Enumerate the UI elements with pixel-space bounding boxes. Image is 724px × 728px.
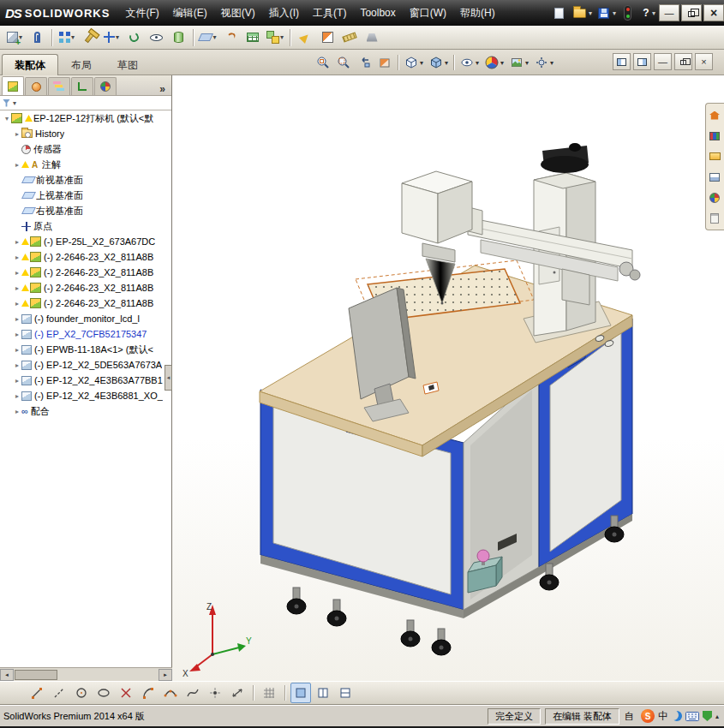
custom-properties-button[interactable] bbox=[706, 209, 723, 227]
edit-appearance-button[interactable] bbox=[482, 52, 502, 73]
tree-item-origin[interactable]: 原点 bbox=[0, 218, 171, 234]
exploded-view-button[interactable]: ▾ bbox=[265, 27, 285, 48]
menu-toolbox[interactable]: Toolbox bbox=[353, 0, 402, 26]
reference-geometry-button[interactable]: ▾ bbox=[198, 27, 218, 48]
scroll-right-button[interactable]: ► bbox=[159, 669, 172, 681]
close-window-button[interactable]: × bbox=[703, 4, 724, 21]
help-dropdown-arrow[interactable]: ▾ bbox=[652, 9, 655, 17]
tree-item-component-epwb[interactable]: ▸ (-) EPWB-11-18A<1> (默认< bbox=[0, 342, 171, 357]
open-document-button[interactable] bbox=[571, 3, 589, 22]
rotate-component-button[interactable] bbox=[123, 27, 144, 48]
tree-item-annotations[interactable]: ▸ A 注解 bbox=[0, 157, 171, 172]
language-indicator[interactable]: 中 bbox=[658, 709, 668, 724]
featuremanager-tree-tab[interactable] bbox=[2, 76, 24, 95]
linear-component-pattern-button[interactable]: ▾ bbox=[57, 27, 77, 48]
filter-dropdown-arrow[interactable]: ▾ bbox=[13, 99, 16, 107]
expander-icon[interactable]: ▸ bbox=[13, 361, 21, 369]
expander-icon[interactable]: ▸ bbox=[13, 392, 21, 400]
scrollbar-thumb[interactable] bbox=[15, 670, 57, 680]
expander-icon[interactable]: ▸ bbox=[13, 161, 21, 169]
previous-view-button[interactable] bbox=[354, 52, 374, 73]
tree-item-root-assembly[interactable]: ▾ EP-12EP-12打标机 (默认<默 bbox=[0, 110, 171, 126]
new-document-button[interactable] bbox=[550, 3, 569, 22]
point-button[interactable] bbox=[205, 683, 225, 703]
dropdown-arrow[interactable]: ▾ bbox=[476, 59, 479, 67]
tree-item-component-2646-1[interactable]: ▸ (-) 2-2646-23_X2_811A8B bbox=[0, 249, 171, 265]
dropdown-arrow[interactable]: ▾ bbox=[420, 59, 423, 67]
tree-item-component-ep12-3[interactable]: ▸ (-) EP-12_X2_4E3B6881_XO_ bbox=[0, 388, 171, 403]
sogou-input-icon[interactable]: S bbox=[641, 709, 655, 723]
dimxpertmanager-tab[interactable] bbox=[71, 77, 93, 95]
expander-icon[interactable]: ▸ bbox=[13, 300, 21, 307]
tree-item-component-2646-3[interactable]: ▸ (-) 2-2646-23_X2_811A8B bbox=[0, 280, 171, 295]
design-library-button[interactable] bbox=[706, 127, 723, 145]
mate-button[interactable] bbox=[27, 27, 47, 48]
displaymanager-tab[interactable] bbox=[94, 77, 117, 95]
tab-sketch[interactable]: 草图 bbox=[105, 54, 151, 75]
doc-close-button[interactable]: × bbox=[695, 53, 713, 70]
insert-component-button[interactable]: ▾ bbox=[4, 27, 25, 48]
apply-scene-button[interactable] bbox=[506, 52, 527, 73]
tray-expand-arrow[interactable]: ▴ bbox=[715, 713, 719, 720]
menu-view[interactable]: 视图(V) bbox=[214, 0, 262, 26]
configurationmanager-tab[interactable] bbox=[48, 77, 70, 95]
expander-icon[interactable]: ▾ bbox=[3, 115, 11, 122]
propertymanager-tab[interactable] bbox=[25, 77, 47, 95]
expander-icon[interactable]: ▸ bbox=[13, 408, 21, 415]
tree-item-component-ep12-2[interactable]: ▸ (-) EP-12_X2_4E3B63A77BB1 bbox=[0, 373, 171, 388]
file-explorer-button[interactable] bbox=[706, 147, 723, 165]
display-style-button[interactable] bbox=[426, 52, 446, 73]
tree-item-component-ep12-1[interactable]: ▸ (-) EP-12_X2_5DE563A7673A bbox=[0, 357, 171, 373]
shield-icon[interactable] bbox=[703, 711, 712, 721]
hide-show-items-button[interactable] bbox=[457, 52, 477, 73]
panel-overflow-chevron[interactable]: » bbox=[155, 83, 170, 95]
menu-window[interactable]: 窗口(W) bbox=[403, 0, 453, 26]
smart-dimension-button[interactable] bbox=[227, 683, 248, 703]
tree-item-history[interactable]: ▸ History bbox=[0, 126, 171, 141]
zoom-to-area-button[interactable] bbox=[333, 52, 354, 73]
dropdown-arrow[interactable]: ▾ bbox=[445, 59, 448, 67]
dock-right-button[interactable] bbox=[633, 53, 651, 70]
save-button[interactable] bbox=[595, 3, 613, 22]
doc-restore-button[interactable] bbox=[674, 53, 692, 70]
graphics-area[interactable]: Z Y X bbox=[172, 75, 724, 681]
scroll-left-button[interactable]: ◄ bbox=[0, 669, 14, 681]
tree-item-front-plane[interactable]: 前视基准面 bbox=[0, 172, 171, 188]
expander-icon[interactable]: ▸ bbox=[13, 238, 21, 246]
assembly-model[interactable]: Z Y X bbox=[172, 75, 724, 681]
tab-assembly[interactable]: 装配体 bbox=[2, 54, 58, 75]
options-button[interactable] bbox=[619, 3, 637, 22]
curves-button[interactable] bbox=[220, 27, 241, 48]
move-component-button[interactable]: ▾ bbox=[101, 27, 122, 48]
expander-icon[interactable]: ▸ bbox=[13, 254, 21, 261]
moon-icon[interactable] bbox=[672, 711, 682, 721]
tree-item-right-plane[interactable]: 右视基准面 bbox=[0, 203, 171, 218]
menu-file[interactable]: 文件(F) bbox=[118, 0, 165, 26]
expander-icon[interactable]: ▸ bbox=[13, 130, 21, 138]
appearances-scenes-button[interactable] bbox=[706, 188, 723, 206]
viewport-two-horizontal-button[interactable] bbox=[313, 683, 333, 703]
keyboard-icon[interactable] bbox=[685, 712, 699, 721]
grid-snap-button[interactable] bbox=[259, 683, 279, 703]
expander-icon[interactable]: ▸ bbox=[13, 284, 21, 292]
doc-minimize-button[interactable]: — bbox=[654, 53, 672, 70]
tree-item-mates[interactable]: ▸ ∞ 配合 bbox=[0, 403, 171, 419]
menu-help[interactable]: 帮助(H) bbox=[453, 0, 502, 26]
tree-item-component-monitor[interactable]: ▸ (-) founder_monitor_lcd_l bbox=[0, 311, 171, 326]
spline-button[interactable] bbox=[182, 683, 203, 703]
viewport-single-button[interactable] bbox=[290, 683, 311, 703]
tree-item-component-ep25l[interactable]: ▸ (-) EP-25L_X2_673A67DC bbox=[0, 234, 171, 249]
section-view-hud-button[interactable] bbox=[374, 52, 395, 73]
minimize-window-button[interactable]: — bbox=[659, 4, 679, 21]
tree-horizontal-scrollbar[interactable]: ◄ ► bbox=[0, 667, 172, 681]
trim-entities-button[interactable] bbox=[116, 683, 136, 703]
menu-insert[interactable]: 插入(I) bbox=[262, 0, 306, 26]
menu-tools[interactable]: 工具(T) bbox=[306, 0, 353, 26]
tree-item-component-2646-2[interactable]: ▸ (-) 2-2646-23_X2_811A8B bbox=[0, 265, 171, 280]
view-orientation-button[interactable] bbox=[401, 52, 422, 73]
assembly-features-button[interactable] bbox=[168, 27, 188, 48]
dropdown-arrow[interactable]: ▾ bbox=[550, 59, 553, 67]
menu-edit[interactable]: 编辑(E) bbox=[166, 0, 214, 26]
dropdown-arrow[interactable]: ▾ bbox=[525, 59, 529, 67]
panel-splitter-handle[interactable]: ◄ bbox=[165, 365, 172, 391]
